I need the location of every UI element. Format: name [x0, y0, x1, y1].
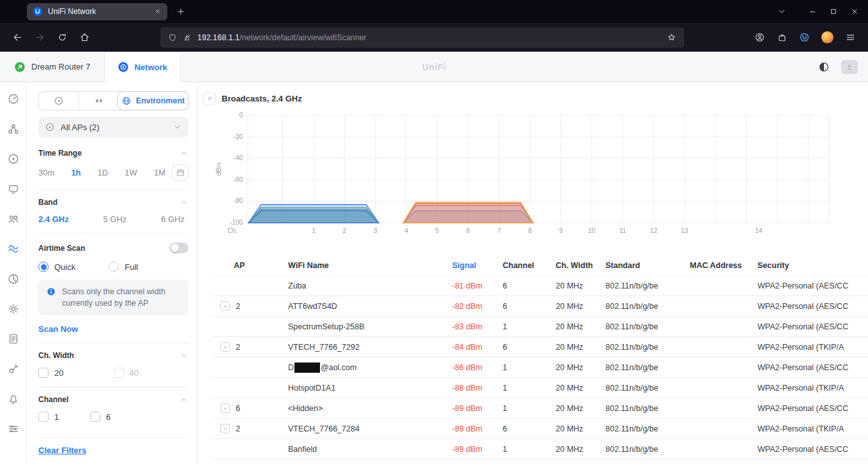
channel-option-6[interactable]: 6 — [90, 412, 142, 422]
theme-toggle-icon[interactable] — [818, 61, 830, 73]
band-option-2.4-ghz[interactable]: 2.4 GHz — [38, 214, 69, 224]
channel-option-1[interactable]: 1 — [38, 412, 90, 422]
ap-cell: 2 — [211, 342, 288, 352]
channel-cell: 1 — [503, 363, 556, 372]
column-header-wifi-name[interactable]: WiFi Name — [288, 261, 452, 270]
bookmark-star-icon[interactable] — [667, 33, 676, 42]
ap-selector[interactable]: All APs (2) — [38, 117, 188, 137]
insights-airview-icon[interactable] — [7, 243, 20, 255]
security-cell: WPA2-Personal (AES/CC — [758, 302, 868, 311]
time-range-option-1D[interactable]: 1D — [98, 168, 109, 177]
column-header-mac-address[interactable]: MAC Address — [690, 261, 758, 270]
clients-icon[interactable] — [7, 213, 20, 225]
calendar-button[interactable] — [172, 164, 188, 181]
insecure-lock-icon[interactable] — [183, 33, 192, 42]
view-tab-broadcasts[interactable] — [39, 92, 79, 110]
network-row[interactable]: HotspotD1A1-88 dBm120 MHz802.11n/b/g/beW… — [211, 378, 868, 398]
time-range-option-1W[interactable]: 1W — [125, 168, 137, 177]
svg-text:-60: -60 — [234, 176, 243, 183]
notifications-icon[interactable] — [7, 393, 20, 405]
column-header-ap[interactable]: AP — [211, 261, 288, 270]
time-range-option-1h[interactable]: 1h — [71, 168, 80, 177]
browser-tab-bar: UniFi Network — [0, 0, 868, 23]
expand-row-button[interactable] — [220, 424, 230, 433]
ch-width-heading: Ch. Width — [38, 351, 74, 360]
menu-icon[interactable] — [845, 32, 856, 43]
console-name: Dream Router 7 — [31, 62, 90, 71]
profile-avatar[interactable] — [821, 31, 834, 43]
column-header-channel[interactable]: Channel — [503, 261, 556, 270]
system-log-icon[interactable] — [7, 333, 20, 345]
settings-icon[interactable] — [7, 303, 20, 315]
network-row[interactable]: Zuba-81 dBm620 MHz802.11n/b/g/beWPA2-Per… — [211, 276, 868, 296]
scan-mode-full[interactable]: Full — [109, 262, 138, 272]
view-tab-environment[interactable]: Environment — [118, 91, 188, 110]
tab-close-icon[interactable] — [154, 8, 162, 15]
network-row[interactable]: D@aol.com-86 dBm120 MHz802.11n/b/g/beWPA… — [211, 357, 868, 378]
integrations-icon[interactable] — [7, 363, 20, 375]
network-app-tab[interactable]: Network — [104, 52, 180, 82]
window-close-button[interactable] — [850, 7, 859, 16]
ch-width-collapse-icon[interactable] — [179, 351, 188, 360]
time-range-option-30m[interactable]: 30m — [38, 168, 54, 177]
unifi-extension-icon[interactable] — [799, 32, 810, 43]
scan-now-button[interactable]: Scan Now — [38, 324, 188, 334]
network-row[interactable]: 6<Hidden>-89 dBm120 MHz802.11n/b/g/beWPA… — [211, 398, 868, 419]
wifi-name: Zuba — [288, 281, 452, 290]
dashboard-icon[interactable] — [7, 93, 20, 105]
url-host: 192.168.1.1 — [197, 33, 240, 42]
network-row[interactable]: Banfield-89 dBm120 MHz802.11n/b/g/beWPA2… — [211, 439, 868, 460]
airtime-scan-toggle[interactable] — [169, 243, 188, 253]
expand-row-button[interactable] — [220, 403, 230, 413]
time-range-collapse-icon[interactable] — [179, 149, 188, 158]
expand-row-button[interactable] — [220, 301, 230, 311]
tab-list-chevron-icon[interactable] — [777, 7, 786, 16]
browser-tab[interactable]: UniFi Network — [27, 3, 167, 20]
clear-filters-button[interactable]: Clear Filters — [38, 445, 188, 455]
ch-width-option-40[interactable]: 40 — [114, 368, 189, 378]
home-button[interactable] — [79, 32, 90, 43]
address-bar[interactable]: 192.168.1.1/network/default/airview/wifi… — [160, 27, 684, 48]
time-range-option-1M[interactable]: 1M — [154, 168, 165, 177]
channel-collapse-icon[interactable] — [179, 395, 188, 404]
band-option-5-ghz[interactable]: 5 GHz — [103, 214, 127, 224]
reload-button[interactable] — [57, 32, 68, 43]
tracking-shield-icon[interactable] — [168, 33, 177, 42]
ap-selector-value: All APs (2) — [61, 123, 100, 132]
new-tab-button[interactable] — [176, 7, 185, 16]
extensions-icon[interactable] — [777, 32, 788, 43]
statistics-icon[interactable] — [7, 273, 20, 285]
column-header-security[interactable]: Security — [758, 261, 868, 270]
window-minimize-button[interactable] — [808, 7, 817, 16]
wifi-name: VTECH_7766_7292 — [288, 343, 452, 352]
band-option-6-ghz[interactable]: 6 GHz — [161, 214, 185, 224]
band-heading: Band — [38, 198, 57, 207]
collapse-panel-button[interactable] — [203, 92, 216, 105]
back-button[interactable] — [12, 32, 23, 43]
forward-button[interactable] — [34, 32, 45, 43]
network-row[interactable]: 2VTECH_7766_7292-84 dBm620 MHz802.11n/b/… — [211, 337, 868, 357]
radio-icon — [109, 262, 119, 272]
devices-icon[interactable] — [7, 183, 20, 195]
column-header-ch-width[interactable]: Ch. Width — [556, 261, 605, 270]
column-header-standard[interactable]: Standard — [605, 261, 690, 270]
band-collapse-icon[interactable] — [179, 198, 188, 207]
ch-width-option-20[interactable]: 20 — [38, 368, 114, 378]
radios-icon[interactable] — [7, 153, 20, 165]
wifi-name: VTECH_7766_7284 — [288, 424, 452, 433]
expand-row-button[interactable] — [220, 342, 230, 352]
view-tab-airtime[interactable] — [79, 92, 118, 110]
network-row[interactable]: 2ATT6wd7S4D-82 dBm620 MHz802.11n/b/g/beW… — [211, 296, 868, 317]
preferences-icon[interactable] — [7, 423, 20, 435]
account-icon[interactable] — [754, 32, 765, 43]
column-header-signal[interactable]: Signal — [452, 261, 503, 270]
network-row[interactable]: SpectrumSetup-258B-83 dBm120 MHz802.11n/… — [211, 317, 868, 337]
window-maximize-button[interactable] — [829, 7, 838, 16]
app-sidebar-rail — [0, 82, 27, 464]
user-avatar[interactable] — [841, 60, 858, 74]
wifi-name: D@aol.com — [288, 363, 452, 373]
scan-mode-quick[interactable]: Quick — [38, 262, 75, 272]
network-row[interactable]: 2VTECH_7766_7284-89 dBm620 MHz802.11n/b/… — [211, 419, 868, 439]
topology-icon[interactable] — [7, 123, 20, 135]
console-tab[interactable]: Dream Router 7 — [0, 52, 104, 82]
